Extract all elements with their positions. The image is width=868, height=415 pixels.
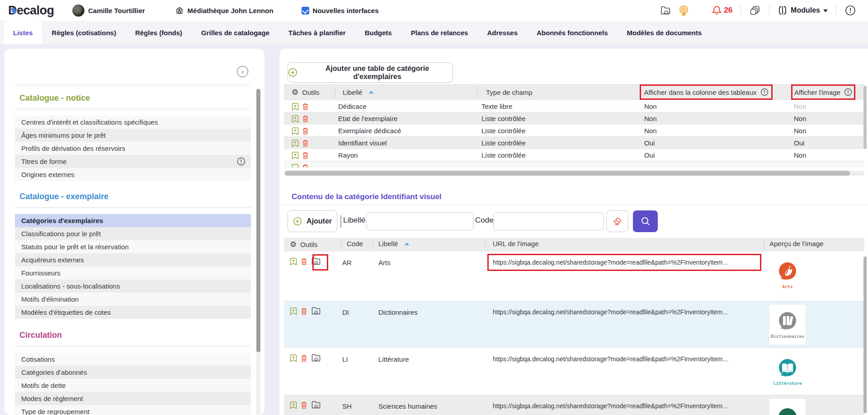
- edit-bookmark-icon[interactable]: [290, 307, 297, 315]
- sidebar-item-modeles-etiquettes[interactable]: Modèles d'étiquettes de cotes: [15, 306, 251, 319]
- delete-trash-icon[interactable]: [302, 103, 309, 111]
- tab-budgets[interactable]: Budgets: [355, 21, 401, 44]
- image-folder-icon[interactable]: [311, 354, 321, 362]
- sidebar-scrollbar-thumb[interactable]: [256, 89, 260, 352]
- add-category-table-button[interactable]: Ajouter une table de catégorie d'exempla…: [288, 62, 453, 83]
- tab-taches-a-planifier[interactable]: Tâches à planifier: [279, 21, 355, 44]
- sidebar-item-motifs-elimination[interactable]: Motifs d'élimination: [15, 293, 251, 306]
- current-library[interactable]: Médiathèque John Lennon: [175, 6, 274, 15]
- broadcast-icon[interactable]: [678, 5, 690, 17]
- image-preview: Arts: [769, 255, 806, 295]
- sidebar-item-profils-derivation[interactable]: Profils de dérivation des réservoirs: [15, 142, 251, 155]
- column-header-afficher-image[interactable]: Afficher l'image: [794, 89, 840, 96]
- column-header-type-de-champ[interactable]: Type de champ: [486, 89, 533, 96]
- delete-trash-icon[interactable]: [302, 163, 309, 168]
- column-header-url[interactable]: URL de l'image: [493, 240, 539, 247]
- edit-bookmark-icon[interactable]: [292, 151, 299, 159]
- delete-trash-icon[interactable]: [302, 127, 309, 135]
- sidebar-item-statuts-pret-reservation[interactable]: Statuts pour le prêt et la réservation: [15, 240, 251, 253]
- table-row[interactable]: SH Sciences humaines https://sigbqa.deca…: [284, 395, 864, 415]
- delete-trash-icon[interactable]: [301, 354, 307, 362]
- gear-icon: ⚙: [290, 240, 297, 249]
- edit-bookmark-icon[interactable]: [290, 257, 297, 266]
- tab-adresses[interactable]: Adresses: [477, 21, 527, 44]
- image-folder-icon[interactable]: [311, 401, 321, 409]
- help-info-icon[interactable]: [844, 5, 856, 16]
- tab-grilles-catalogage[interactable]: Grilles de catalogage: [192, 21, 279, 44]
- clear-filters-button[interactable]: [606, 210, 628, 232]
- delete-trash-icon[interactable]: [302, 151, 309, 159]
- delete-trash-icon[interactable]: [301, 307, 307, 315]
- sidebar-item-classifications-pret[interactable]: Classifications pour le prêt: [15, 227, 251, 240]
- table-row[interactable]: Etat de l'exemplaire Liste contrôlée Non…: [284, 112, 864, 125]
- sidebar-item-fournisseurs[interactable]: Fournisseurs: [15, 266, 251, 280]
- sidebar-collapse-button[interactable]: ‹: [237, 66, 248, 77]
- table-row[interactable]: Rayon Liste contrôlée Oui Non: [284, 149, 864, 161]
- add-value-button[interactable]: Ajouter: [288, 210, 337, 232]
- search-button[interactable]: [633, 210, 658, 232]
- edit-bookmark-icon[interactable]: [292, 139, 299, 147]
- edit-bookmark-icon[interactable]: [290, 401, 297, 409]
- table-row[interactable]: AR Arts https://sigbqa.decalog.net/share…: [284, 252, 864, 301]
- delete-trash-icon[interactable]: [302, 115, 309, 123]
- edit-bookmark-icon[interactable]: [292, 115, 299, 123]
- delete-trash-icon[interactable]: [301, 401, 307, 409]
- table-row[interactable]: DI Dictionnaires https://sigbqa.decalog.…: [284, 301, 864, 348]
- sciences-humaines-logo: [777, 407, 798, 415]
- sidebar-item-type-de-regroupement[interactable]: Type de regroupement: [15, 405, 251, 415]
- tab-listes[interactable]: Listes: [4, 21, 42, 44]
- edit-bookmark-icon[interactable]: [292, 127, 299, 135]
- sidebar-item-localisations[interactable]: Localisations - sous-localisations: [15, 280, 251, 293]
- sidebar-item-centres-interet[interactable]: Centres d'intérêt et classifications spé…: [15, 116, 251, 129]
- image-folder-icon[interactable]: [311, 307, 321, 315]
- modules-menu[interactable]: Modules: [778, 5, 828, 16]
- column-header-libelle[interactable]: Libellé: [378, 240, 409, 247]
- value-image-url[interactable]: https://sigbqa.decalog.net/sharedstorage…: [493, 355, 729, 363]
- table-row[interactable]: Exemplaire dédicacé Liste contrôlée Non …: [284, 125, 864, 137]
- libelle-filter-input[interactable]: [366, 212, 474, 230]
- tab-plans-de-relances[interactable]: Plans de relances: [401, 21, 478, 44]
- code-filter-input[interactable]: [493, 212, 604, 230]
- field-label: Exemplaire dédicacé: [338, 125, 401, 137]
- new-interfaces-checkbox[interactable]: [302, 7, 309, 14]
- column-divider: [477, 86, 477, 98]
- edit-bookmark-icon[interactable]: [292, 103, 299, 111]
- table-row-clipped[interactable]: [284, 161, 864, 168]
- sidebar-item-titres-de-forme[interactable]: Titres de forme: [15, 155, 251, 168]
- sidebar-item-motifs-de-dette[interactable]: Motifs de dette: [15, 379, 251, 392]
- shared-folder-icon[interactable]: [660, 5, 671, 16]
- info-icon[interactable]: [760, 88, 769, 96]
- copy-windows-icon[interactable]: [749, 5, 761, 16]
- value-image-url[interactable]: https://sigbqa.decalog.net/sharedstorage…: [493, 308, 729, 316]
- edit-bookmark-icon[interactable]: [292, 163, 299, 168]
- sidebar-item-origines-externes[interactable]: Origines externes: [15, 168, 251, 181]
- fields-table-scrollbar-thumb[interactable]: [863, 86, 867, 149]
- notifications-bell-icon[interactable]: [712, 5, 722, 16]
- current-user[interactable]: Camille Tourtillier: [72, 5, 145, 17]
- column-header-libelle[interactable]: Libellé: [343, 89, 373, 96]
- table-row[interactable]: Identifiant visuel Liste contrôlée Oui O…: [284, 137, 864, 149]
- delete-trash-icon[interactable]: [302, 139, 309, 147]
- table-row[interactable]: Dédicace Texte libre Non Non: [284, 100, 864, 112]
- table-row[interactable]: LI Littérature https://sigbqa.decalog.ne…: [284, 348, 864, 395]
- sidebar-item-categories-abonnes[interactable]: Catégories d'abonnés: [15, 366, 251, 379]
- delete-trash-icon[interactable]: [301, 257, 307, 266]
- column-header-afficher-colonne[interactable]: Afficher dans la colonne des tableaux: [644, 89, 756, 96]
- sidebar-item-acquereurs-externes[interactable]: Acquéreurs externes: [15, 253, 251, 266]
- new-interfaces-toggle[interactable]: Nouvelles interfaces: [302, 7, 379, 14]
- tab-regles-fonds[interactable]: Règles (fonds): [126, 21, 192, 44]
- dictionnaires-logo: [777, 311, 798, 333]
- horizontal-scrollbar-thumb[interactable]: [285, 171, 850, 176]
- values-table-scrollbar-thumb[interactable]: [863, 256, 867, 413]
- info-icon[interactable]: [844, 88, 852, 96]
- value-image-url[interactable]: https://sigbqa.decalog.net/sharedstorage…: [493, 402, 729, 410]
- sidebar-item-modes-de-reglement[interactable]: Modes de règlement: [15, 392, 251, 405]
- sidebar-item-ages-minimums[interactable]: Âges minimums pour le prêt: [15, 129, 251, 142]
- tab-modeles-de-documents[interactable]: Modèles de documents: [618, 21, 712, 44]
- tab-abonnes-fonctionnels[interactable]: Abonnés fonctionnels: [527, 21, 618, 44]
- sidebar-item-cotisations[interactable]: Cotisations: [15, 353, 251, 366]
- sidebar-item-categories-exemplaires[interactable]: Catégories d'exemplaires: [15, 214, 251, 227]
- column-header-code[interactable]: Code: [347, 240, 363, 247]
- edit-bookmark-icon[interactable]: [290, 354, 297, 362]
- tab-regles-cotisations[interactable]: Règles (cotisations): [42, 21, 126, 44]
